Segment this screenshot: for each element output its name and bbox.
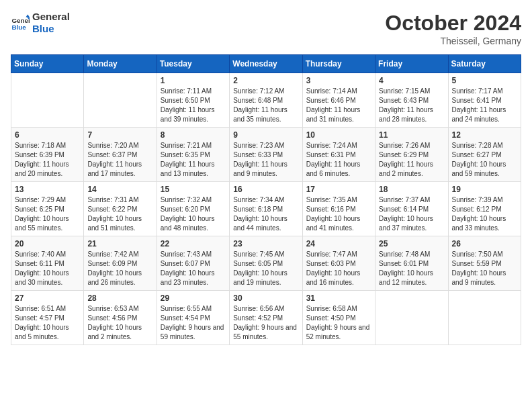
cell-sun-info: Sunrise: 7:23 AM Sunset: 6:33 PM Dayligh…	[233, 141, 298, 179]
calendar-cell: 15Sunrise: 7:32 AM Sunset: 6:20 PM Dayli…	[157, 182, 229, 236]
cell-day-number: 22	[161, 239, 226, 248]
calendar-cell	[11, 73, 84, 128]
cell-sun-info: Sunrise: 7:14 AM Sunset: 6:46 PM Dayligh…	[306, 87, 371, 124]
cell-sun-info: Sunrise: 7:28 AM Sunset: 6:27 PM Dayligh…	[452, 141, 517, 179]
weekday-header-tuesday: Tuesday	[157, 55, 229, 73]
cell-day-number: 1	[161, 76, 226, 85]
calendar-cell: 28Sunrise: 6:53 AM Sunset: 4:56 PM Dayli…	[84, 291, 157, 345]
cell-day-number: 23	[233, 239, 298, 248]
weekday-header-saturday: Saturday	[448, 55, 521, 73]
weekday-header-row: SundayMondayTuesdayWednesdayThursdayFrid…	[11, 55, 521, 73]
cell-sun-info: Sunrise: 6:55 AM Sunset: 4:54 PM Dayligh…	[161, 304, 226, 342]
cell-sun-info: Sunrise: 7:40 AM Sunset: 6:11 PM Dayligh…	[15, 250, 80, 287]
cell-sun-info: Sunrise: 7:24 AM Sunset: 6:31 PM Dayligh…	[306, 141, 371, 179]
cell-day-number: 13	[15, 185, 80, 194]
cell-sun-info: Sunrise: 7:17 AM Sunset: 6:41 PM Dayligh…	[452, 87, 517, 124]
cell-sun-info: Sunrise: 6:58 AM Sunset: 4:50 PM Dayligh…	[306, 304, 371, 342]
cell-day-number: 12	[452, 130, 517, 140]
cell-sun-info: Sunrise: 6:53 AM Sunset: 4:56 PM Dayligh…	[87, 304, 152, 342]
cell-day-number: 30	[233, 293, 298, 303]
logo-line2: Blue	[32, 23, 70, 35]
month-title: October 2024	[385, 11, 521, 36]
cell-day-number: 29	[161, 293, 226, 303]
cell-day-number: 5	[452, 76, 517, 85]
header: General Blue General Blue October 2024 T…	[11, 11, 521, 46]
cell-sun-info: Sunrise: 7:15 AM Sunset: 6:43 PM Dayligh…	[379, 87, 444, 124]
cell-day-number: 9	[233, 130, 298, 140]
week-row-5: 27Sunrise: 6:51 AM Sunset: 4:57 PM Dayli…	[11, 291, 521, 345]
cell-day-number: 6	[15, 130, 80, 140]
cell-day-number: 21	[87, 239, 152, 248]
cell-sun-info: Sunrise: 7:11 AM Sunset: 6:50 PM Dayligh…	[161, 87, 226, 124]
cell-day-number: 2	[233, 76, 298, 85]
calendar-cell: 10Sunrise: 7:24 AM Sunset: 6:31 PM Dayli…	[302, 128, 375, 182]
cell-sun-info: Sunrise: 7:34 AM Sunset: 6:18 PM Dayligh…	[233, 195, 298, 233]
calendar-cell: 16Sunrise: 7:34 AM Sunset: 6:18 PM Dayli…	[230, 182, 302, 236]
calendar-cell: 18Sunrise: 7:37 AM Sunset: 6:14 PM Dayli…	[375, 182, 448, 236]
cell-day-number: 14	[87, 185, 152, 194]
cell-day-number: 3	[306, 76, 371, 85]
calendar-cell	[375, 291, 448, 345]
calendar-cell: 12Sunrise: 7:28 AM Sunset: 6:27 PM Dayli…	[448, 128, 521, 182]
calendar-cell: 19Sunrise: 7:39 AM Sunset: 6:12 PM Dayli…	[448, 182, 521, 236]
logo: General Blue General Blue	[11, 11, 70, 35]
calendar-cell: 22Sunrise: 7:43 AM Sunset: 6:07 PM Dayli…	[157, 236, 229, 291]
cell-sun-info: Sunrise: 6:56 AM Sunset: 4:52 PM Dayligh…	[233, 304, 298, 342]
calendar-cell: 30Sunrise: 6:56 AM Sunset: 4:52 PM Dayli…	[230, 291, 302, 345]
calendar-cell	[84, 73, 157, 128]
calendar-cell: 24Sunrise: 7:47 AM Sunset: 6:03 PM Dayli…	[302, 236, 375, 291]
calendar-cell: 21Sunrise: 7:42 AM Sunset: 6:09 PM Dayli…	[84, 236, 157, 291]
cell-day-number: 16	[233, 185, 298, 194]
cell-day-number: 10	[306, 130, 371, 140]
calendar-cell: 14Sunrise: 7:31 AM Sunset: 6:22 PM Dayli…	[84, 182, 157, 236]
calendar-cell: 8Sunrise: 7:21 AM Sunset: 6:35 PM Daylig…	[157, 128, 229, 182]
calendar-cell: 9Sunrise: 7:23 AM Sunset: 6:33 PM Daylig…	[230, 128, 302, 182]
cell-day-number: 24	[306, 239, 371, 248]
week-row-1: 1Sunrise: 7:11 AM Sunset: 6:50 PM Daylig…	[11, 73, 521, 128]
logo-text: General Blue	[32, 11, 70, 35]
cell-day-number: 8	[161, 130, 226, 140]
logo-icon: General Blue	[11, 13, 30, 32]
cell-day-number: 19	[452, 185, 517, 194]
calendar: SundayMondayTuesdayWednesdayThursdayFrid…	[11, 54, 521, 345]
cell-sun-info: Sunrise: 7:12 AM Sunset: 6:48 PM Dayligh…	[233, 87, 298, 124]
weekday-header-thursday: Thursday	[302, 55, 375, 73]
calendar-cell: 13Sunrise: 7:29 AM Sunset: 6:25 PM Dayli…	[11, 182, 84, 236]
cell-sun-info: Sunrise: 7:21 AM Sunset: 6:35 PM Dayligh…	[161, 141, 226, 179]
cell-sun-info: Sunrise: 7:47 AM Sunset: 6:03 PM Dayligh…	[306, 250, 371, 287]
cell-sun-info: Sunrise: 6:51 AM Sunset: 4:57 PM Dayligh…	[15, 304, 80, 342]
cell-sun-info: Sunrise: 7:32 AM Sunset: 6:20 PM Dayligh…	[161, 195, 226, 233]
cell-day-number: 20	[15, 239, 80, 248]
svg-marker-2	[26, 14, 30, 17]
calendar-cell: 23Sunrise: 7:45 AM Sunset: 6:05 PM Dayli…	[230, 236, 302, 291]
cell-day-number: 25	[379, 239, 444, 248]
weekday-header-sunday: Sunday	[11, 55, 84, 73]
calendar-cell: 6Sunrise: 7:18 AM Sunset: 6:39 PM Daylig…	[11, 128, 84, 182]
cell-sun-info: Sunrise: 7:18 AM Sunset: 6:39 PM Dayligh…	[15, 141, 80, 179]
week-row-3: 13Sunrise: 7:29 AM Sunset: 6:25 PM Dayli…	[11, 182, 521, 236]
calendar-cell: 26Sunrise: 7:50 AM Sunset: 5:59 PM Dayli…	[448, 236, 521, 291]
weekday-header-monday: Monday	[84, 55, 157, 73]
cell-sun-info: Sunrise: 7:45 AM Sunset: 6:05 PM Dayligh…	[233, 250, 298, 287]
calendar-cell	[448, 291, 521, 345]
calendar-cell: 7Sunrise: 7:20 AM Sunset: 6:37 PM Daylig…	[84, 128, 157, 182]
cell-day-number: 31	[306, 293, 371, 303]
cell-sun-info: Sunrise: 7:48 AM Sunset: 6:01 PM Dayligh…	[379, 250, 444, 287]
calendar-cell: 20Sunrise: 7:40 AM Sunset: 6:11 PM Dayli…	[11, 236, 84, 291]
calendar-cell: 27Sunrise: 6:51 AM Sunset: 4:57 PM Dayli…	[11, 291, 84, 345]
cell-day-number: 28	[87, 293, 152, 303]
cell-sun-info: Sunrise: 7:35 AM Sunset: 6:16 PM Dayligh…	[306, 195, 371, 233]
cell-sun-info: Sunrise: 7:43 AM Sunset: 6:07 PM Dayligh…	[161, 250, 226, 287]
calendar-cell: 3Sunrise: 7:14 AM Sunset: 6:46 PM Daylig…	[302, 73, 375, 128]
cell-sun-info: Sunrise: 7:42 AM Sunset: 6:09 PM Dayligh…	[87, 250, 152, 287]
logo-line1: General	[32, 11, 70, 23]
title-section: October 2024 Theisseil, Germany	[385, 11, 521, 46]
calendar-cell: 2Sunrise: 7:12 AM Sunset: 6:48 PM Daylig…	[230, 73, 302, 128]
cell-sun-info: Sunrise: 7:50 AM Sunset: 5:59 PM Dayligh…	[452, 250, 517, 287]
calendar-cell: 4Sunrise: 7:15 AM Sunset: 6:43 PM Daylig…	[375, 73, 448, 128]
location: Theisseil, Germany	[385, 36, 521, 46]
week-row-4: 20Sunrise: 7:40 AM Sunset: 6:11 PM Dayli…	[11, 236, 521, 291]
cell-day-number: 26	[452, 239, 517, 248]
cell-day-number: 18	[379, 185, 444, 194]
cell-day-number: 27	[15, 293, 80, 303]
